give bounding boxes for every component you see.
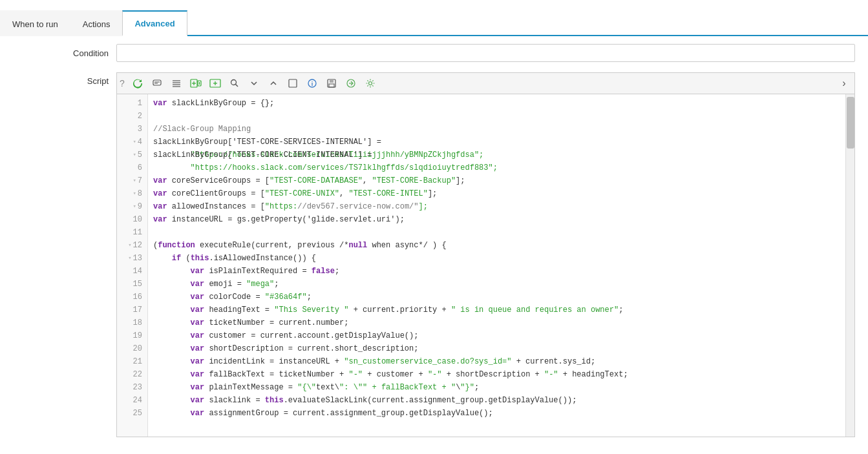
tab-when-to-run[interactable]: When to run xyxy=(0,10,70,36)
chevron-down-icon[interactable] xyxy=(245,74,263,92)
script-row: Script ? xyxy=(13,72,855,437)
line-numbers: 123▾4▾56▾7▾8▾91011▾12▾131415161718192021… xyxy=(117,94,148,437)
add-row-icon[interactable] xyxy=(187,74,205,92)
condition-row: Condition xyxy=(13,44,855,62)
share-icon[interactable] xyxy=(342,74,360,92)
scrollbar-thumb[interactable] xyxy=(847,97,854,149)
svg-point-25 xyxy=(368,82,372,85)
svg-line-16 xyxy=(235,85,238,87)
content-area: Condition Script ? xyxy=(0,36,868,437)
condition-label: Condition xyxy=(13,48,116,58)
add2-icon[interactable] xyxy=(206,74,224,92)
tabs-bar: When to run Actions Advanced xyxy=(0,0,868,36)
info-icon[interactable]: i xyxy=(303,74,321,92)
condition-input[interactable] xyxy=(116,44,855,62)
svg-text:i: i xyxy=(312,81,313,87)
svg-rect-0 xyxy=(153,80,161,85)
app-container: When to run Actions Advanced Condition S… xyxy=(0,0,868,437)
tab-actions[interactable]: Actions xyxy=(70,10,123,36)
svg-rect-21 xyxy=(330,79,333,83)
save-icon[interactable] xyxy=(323,74,341,92)
chevron-up-icon[interactable] xyxy=(264,74,282,92)
lines-icon[interactable] xyxy=(167,74,185,92)
comment-icon[interactable] xyxy=(148,74,166,92)
box-icon[interactable] xyxy=(284,74,302,92)
help-icon[interactable]: ? xyxy=(120,78,125,88)
code-content[interactable]: var slackLinkByGroup = {}; //Slack-Group… xyxy=(148,94,845,437)
svg-point-15 xyxy=(231,80,236,85)
editor-toolbar: ? xyxy=(117,73,854,94)
svg-rect-22 xyxy=(329,84,334,87)
script-editor-container: ? xyxy=(116,72,855,437)
script-label: Script xyxy=(13,72,116,86)
expand-icon[interactable]: › xyxy=(836,76,852,91)
svg-rect-17 xyxy=(289,79,297,87)
gear-icon[interactable] xyxy=(361,74,379,92)
code-editor[interactable]: 123▾4▾56▾7▾8▾91011▾12▾131415161718192021… xyxy=(117,94,854,437)
search-icon[interactable] xyxy=(226,74,244,92)
scrollbar-track[interactable] xyxy=(845,94,854,437)
tab-advanced[interactable]: Advanced xyxy=(122,10,187,36)
refresh-icon[interactable] xyxy=(129,74,147,92)
